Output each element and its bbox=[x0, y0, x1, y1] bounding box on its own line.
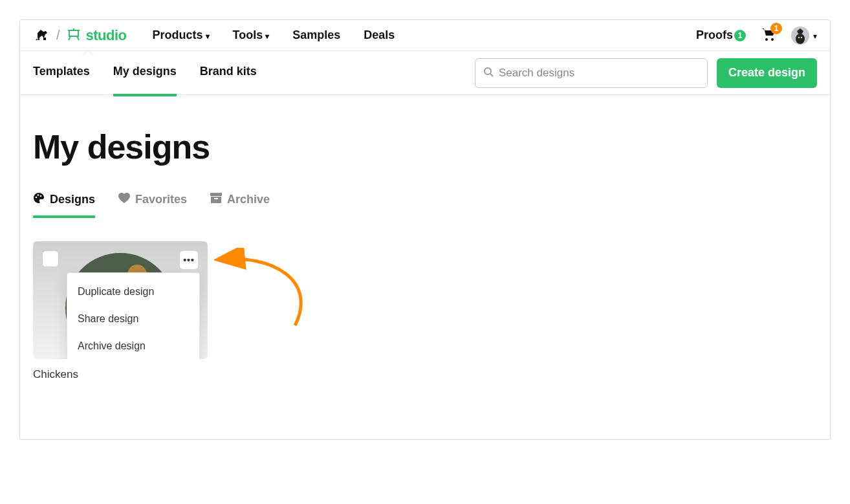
filter-designs-label: Designs bbox=[50, 193, 95, 206]
tab-templates[interactable]: Templates bbox=[33, 65, 90, 81]
tab-brand-kits[interactable]: Brand kits bbox=[200, 65, 257, 81]
svg-point-7 bbox=[796, 34, 805, 44]
menu-duplicate-design[interactable]: Duplicate design bbox=[67, 278, 199, 305]
svg-line-11 bbox=[490, 74, 493, 76]
proofs-label: Proofs bbox=[696, 28, 733, 42]
svg-point-12 bbox=[36, 197, 38, 199]
svg-point-9 bbox=[801, 36, 802, 38]
nav-tools-label: Tools bbox=[233, 28, 263, 42]
filter-tabs: Designs Favorites Archive bbox=[33, 192, 817, 215]
more-options-button[interactable]: ••• bbox=[179, 250, 199, 270]
proofs-count-badge: 1 bbox=[734, 30, 746, 41]
easel-icon bbox=[67, 27, 81, 44]
search-input[interactable] bbox=[499, 67, 699, 80]
chevron-down-icon: ▾ bbox=[265, 32, 269, 41]
nav-products[interactable]: Products ▾ bbox=[153, 28, 210, 42]
chevron-down-icon: ▾ bbox=[206, 32, 210, 41]
annotation-arrow bbox=[214, 248, 331, 332]
design-title: Chickens bbox=[33, 368, 208, 381]
brand-text: studio bbox=[86, 27, 127, 44]
subnav: Templates My designs Brand kits Create d… bbox=[20, 51, 830, 95]
svg-point-14 bbox=[40, 195, 42, 197]
primary-nav: Products ▾ Tools ▾ Samples Deals bbox=[153, 28, 395, 42]
svg-point-5 bbox=[765, 38, 768, 41]
design-card[interactable]: ••• Duplicate design Share design Archiv… bbox=[33, 241, 208, 381]
palette-icon bbox=[33, 192, 45, 206]
cards-row: ••• Duplicate design Share design Archiv… bbox=[33, 241, 817, 381]
svg-point-10 bbox=[485, 68, 491, 74]
chevron-down-icon: ▾ bbox=[813, 32, 817, 41]
horse-icon bbox=[33, 27, 50, 44]
topbar: / studio Products ▾ Tools ▾ Samples Deal… bbox=[20, 20, 830, 51]
nav-samples-label: Samples bbox=[292, 28, 340, 42]
nav-tools[interactable]: Tools ▾ bbox=[233, 28, 270, 42]
search-icon bbox=[483, 67, 494, 80]
brand: / studio bbox=[33, 27, 127, 44]
nav-deals[interactable]: Deals bbox=[364, 28, 395, 42]
svg-point-6 bbox=[771, 38, 774, 41]
heart-icon bbox=[118, 193, 130, 206]
menu-archive-design[interactable]: Archive design bbox=[67, 333, 199, 359]
design-thumbnail: ••• Duplicate design Share design Archiv… bbox=[33, 241, 208, 359]
cart-button[interactable]: 1 bbox=[761, 28, 776, 43]
filter-archive-label: Archive bbox=[227, 193, 270, 206]
cart-count-badge: 1 bbox=[770, 23, 782, 34]
nav-samples[interactable]: Samples bbox=[292, 28, 340, 42]
filter-favorites-label: Favorites bbox=[135, 193, 187, 206]
subnav-tabs: Templates My designs Brand kits bbox=[33, 65, 257, 81]
content: My designs Designs Favorites Archive bbox=[20, 95, 830, 439]
search-input-wrap[interactable] bbox=[475, 58, 708, 88]
avatar-icon bbox=[791, 27, 809, 45]
ellipsis-icon: ••• bbox=[183, 255, 195, 265]
nav-deals-label: Deals bbox=[364, 28, 395, 42]
archive-icon bbox=[210, 193, 222, 206]
filter-tab-designs[interactable]: Designs bbox=[33, 192, 95, 218]
tab-my-designs[interactable]: My designs bbox=[113, 65, 177, 96]
proofs-link[interactable]: Proofs 1 bbox=[696, 28, 746, 42]
card-context-menu: Duplicate design Share design Archive de… bbox=[67, 272, 200, 359]
subnav-right: Create design bbox=[475, 58, 817, 88]
svg-rect-0 bbox=[69, 30, 78, 36]
svg-point-8 bbox=[798, 36, 800, 38]
page-title: My designs bbox=[33, 127, 817, 166]
separator-slash: / bbox=[56, 28, 60, 43]
account-menu[interactable]: ▾ bbox=[791, 27, 817, 45]
nav-products-label: Products bbox=[153, 28, 203, 42]
create-design-button[interactable]: Create design bbox=[717, 58, 817, 88]
svg-point-13 bbox=[38, 194, 39, 196]
app-window: / studio Products ▾ Tools ▾ Samples Deal… bbox=[19, 19, 831, 440]
svg-rect-15 bbox=[210, 193, 222, 196]
active-app-pointer bbox=[82, 50, 94, 56]
menu-share-design[interactable]: Share design bbox=[67, 305, 199, 333]
select-checkbox[interactable] bbox=[42, 250, 59, 267]
svg-rect-17 bbox=[214, 198, 218, 199]
svg-rect-16 bbox=[211, 197, 221, 203]
filter-tab-archive[interactable]: Archive bbox=[210, 192, 270, 215]
filter-tab-favorites[interactable]: Favorites bbox=[118, 192, 187, 215]
nav-right: Proofs 1 1 ▾ bbox=[696, 27, 817, 45]
